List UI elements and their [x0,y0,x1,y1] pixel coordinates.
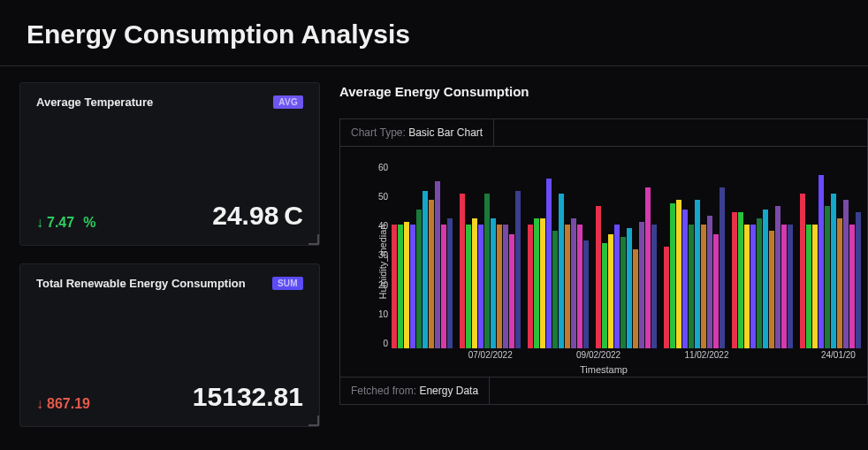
bar[interactable] [429,200,434,348]
bar[interactable] [732,212,737,348]
bar[interactable] [410,225,415,348]
bar[interactable] [831,194,836,348]
bar[interactable] [528,225,533,348]
temperature-delta: ↓ 7.47 % [36,215,95,231]
renewable-delta: ↓ 867.19 [36,396,90,412]
bar-chart[interactable] [392,163,862,348]
bar[interactable] [670,203,675,349]
x-tick: 24/01/20 [821,350,856,360]
bar[interactable] [651,225,657,348]
bar[interactable] [491,218,496,348]
y-tick: 50 [370,192,388,202]
bar[interactable] [466,225,471,348]
y-tick: 30 [370,250,388,260]
bar[interactable] [763,210,768,349]
chart-type-selector[interactable]: Chart Type: Basic Bar Chart [340,119,494,146]
x-tick: 11/02/2022 [684,350,728,360]
bar[interactable] [788,225,793,348]
bar[interactable] [744,225,750,348]
bar[interactable] [837,218,842,348]
bar[interactable] [565,225,570,348]
plot-area: Humidity_median 0102030405060 07/02/2022… [340,147,867,377]
bars-viewport [392,163,862,348]
bar[interactable] [849,225,855,348]
bar[interactable] [633,249,638,348]
bar[interactable] [645,187,651,348]
bar[interactable] [596,206,601,348]
y-tick: 60 [370,163,388,172]
bar[interactable] [447,218,453,348]
bar[interactable] [540,218,545,348]
bar[interactable] [509,234,514,349]
bar[interactable] [398,225,403,348]
bar[interactable] [497,225,502,348]
chart-type-label: Chart Type: [351,126,406,139]
delta-value: 867.19 [47,396,90,412]
bar[interactable] [534,218,539,348]
bar[interactable] [819,175,824,348]
bar[interactable] [460,194,465,348]
bar[interactable] [472,218,477,348]
x-axis-label: Timestamp [580,364,628,375]
bar[interactable] [392,225,397,348]
bar[interactable] [757,218,762,348]
bar[interactable] [682,210,688,349]
bar[interactable] [664,247,669,349]
bar[interactable] [627,228,632,349]
renewable-card: Total Renewable Energy Consumption SUM ↓… [19,263,320,427]
bar[interactable] [825,206,830,348]
bar[interactable] [583,240,589,349]
bar[interactable] [812,225,818,348]
bar[interactable] [621,237,626,348]
bar[interactable] [781,225,787,348]
bar[interactable] [416,210,422,349]
fetched-value: Energy Data [419,385,478,397]
bar[interactable] [707,216,712,348]
y-tick: 20 [370,280,388,290]
bar[interactable] [404,222,409,349]
bar[interactable] [614,225,620,348]
arrow-down-icon: ↓ [36,396,43,412]
bar[interactable] [639,222,644,349]
bar[interactable] [546,179,552,349]
bar[interactable] [602,243,607,348]
bar[interactable] [608,234,613,349]
bar[interactable] [559,194,564,348]
bar[interactable] [843,200,849,348]
avg-badge: AVG [273,95,303,109]
bar[interactable] [503,225,508,348]
bar[interactable] [689,225,694,348]
bar[interactable] [775,206,780,348]
fetched-row: Fetched from: Energy Data [340,377,867,404]
delta-unit: % [83,215,95,231]
bar[interactable] [720,187,725,348]
bar[interactable] [806,225,811,348]
card-title: Total Renewable Energy Consumption [36,277,246,290]
bar[interactable] [713,234,719,349]
bar[interactable] [484,194,490,348]
bar[interactable] [738,212,743,348]
bar[interactable] [577,225,582,348]
x-axis-ticks: 07/02/202209/02/202211/02/202224/01/20 [392,350,862,361]
bar[interactable] [800,194,805,348]
bar[interactable] [423,191,428,349]
bar[interactable] [552,231,558,348]
bar[interactable] [435,181,440,348]
chart-type-value: Basic Bar Chart [408,126,483,139]
stats-column: Average Temperature AVG ↓ 7.47 % 24.98C … [19,82,320,427]
bar[interactable] [441,225,446,348]
fetched-label: Fetched from: [351,385,416,397]
value-number: 24.98 [212,201,278,230]
bar[interactable] [676,200,681,348]
bar[interactable] [478,225,483,348]
delta-value: 7.47 [47,215,74,231]
bar[interactable] [515,191,521,349]
bar[interactable] [769,231,774,348]
y-tick: 10 [370,309,388,319]
bar[interactable] [701,225,706,348]
bar[interactable] [750,225,756,348]
bar[interactable] [695,200,700,348]
bar[interactable] [856,212,861,348]
sum-badge: SUM [272,277,303,290]
bar[interactable] [571,218,576,348]
